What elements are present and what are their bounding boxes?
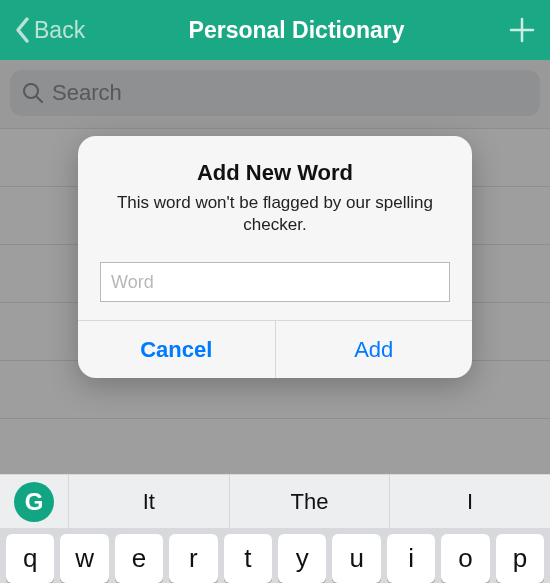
back-label: Back — [34, 17, 85, 44]
word-input[interactable] — [100, 262, 450, 302]
suggestion-item[interactable]: I — [389, 475, 550, 528]
keyboard-row: q w e r t y u i o p — [0, 528, 550, 583]
chevron-left-icon — [14, 16, 32, 44]
key-e[interactable]: e — [115, 534, 163, 583]
keyboard-suggestion-bar: G It The I — [0, 474, 550, 528]
suggestion-item[interactable]: The — [229, 475, 390, 528]
key-r[interactable]: r — [169, 534, 217, 583]
key-u[interactable]: u — [332, 534, 380, 583]
grammarly-icon[interactable]: G — [14, 482, 54, 522]
back-button[interactable]: Back — [14, 16, 85, 44]
add-word-dialog: Add New Word This word won't be flagged … — [78, 136, 472, 378]
key-y[interactable]: y — [278, 534, 326, 583]
cancel-button[interactable]: Cancel — [78, 321, 275, 378]
dialog-title: Add New Word — [100, 160, 450, 186]
page-title: Personal Dictionary — [85, 17, 508, 44]
key-o[interactable]: o — [441, 534, 489, 583]
key-w[interactable]: w — [60, 534, 108, 583]
suggestion-item[interactable]: It — [68, 475, 229, 528]
add-button[interactable] — [508, 16, 536, 44]
dialog-subtitle: This word won't be flagged by our spelli… — [100, 192, 450, 236]
key-t[interactable]: t — [224, 534, 272, 583]
add-confirm-button[interactable]: Add — [275, 321, 473, 378]
key-p[interactable]: p — [496, 534, 544, 583]
key-q[interactable]: q — [6, 534, 54, 583]
key-i[interactable]: i — [387, 534, 435, 583]
